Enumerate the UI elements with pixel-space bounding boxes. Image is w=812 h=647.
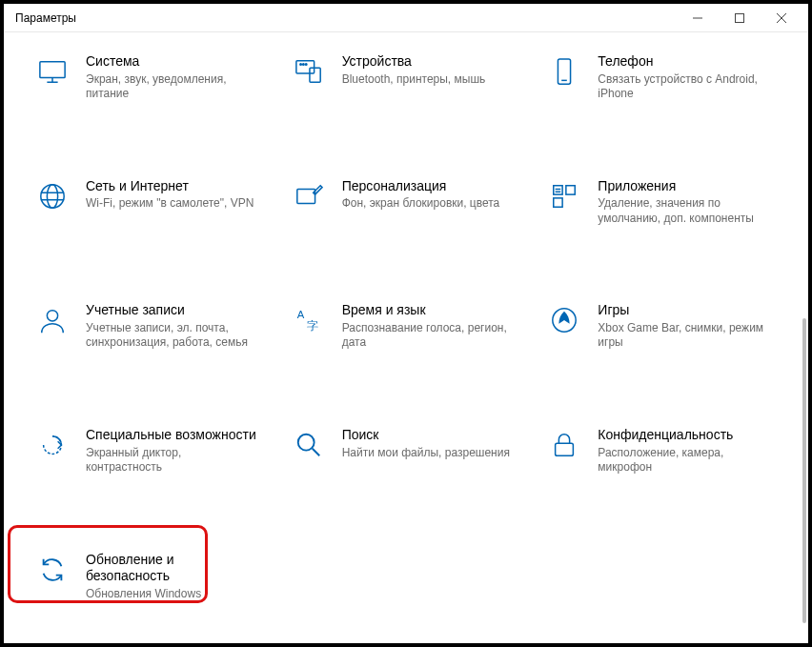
tile-ease-of-access[interactable]: Специальные возможности Экранный диктор,… [30, 423, 277, 479]
apps-icon [548, 180, 580, 212]
tile-apps[interactable]: Приложения Удаление, значения по умолчан… [542, 174, 789, 231]
tile-title: Сеть и Интернет [86, 178, 254, 195]
maximize-button[interactable] [719, 5, 761, 31]
tile-phone[interactable]: Телефон Связать устройство с Android, iP… [542, 50, 789, 106]
tile-title: Персонализация [342, 178, 500, 195]
devices-icon [293, 55, 325, 88]
window-title: Параметры [15, 11, 76, 25]
tile-devices[interactable]: Устройства Bluetooth, принтеры, мышь [287, 50, 534, 106]
svg-rect-7 [296, 61, 315, 73]
tile-title: Конфиденциальность [598, 427, 769, 444]
svg-text:字: 字 [307, 320, 318, 334]
tile-desc: Bluetooth, принтеры, мышь [342, 72, 486, 88]
tile-title: Приложения [598, 178, 769, 195]
svg-text:A: A [296, 310, 304, 321]
tile-accounts[interactable]: Учетные записи Учетные записи, эл. почта… [30, 298, 277, 354]
svg-rect-21 [554, 198, 562, 207]
phone-icon [548, 55, 580, 88]
svg-rect-19 [554, 185, 562, 193]
tile-title: Учетные записи [86, 302, 257, 319]
minimize-button[interactable] [677, 5, 719, 31]
svg-point-11 [305, 64, 307, 66]
gaming-icon [548, 304, 580, 336]
tile-desc: Wi-Fi, режим "в самолете", VPN [86, 196, 254, 212]
tile-desc: Связать устройство с Android, iPhone [598, 72, 769, 102]
svg-rect-30 [556, 443, 574, 455]
svg-point-14 [41, 185, 64, 208]
tile-desc: Экранный диктор, контрастность [86, 446, 257, 475]
tile-desc: Обновления Windows [86, 587, 257, 602]
tile-desc: Xbox Game Bar, снимки, режим игры [598, 321, 769, 351]
tile-system[interactable]: Система Экран, звук, уведомления, питани… [30, 50, 277, 106]
svg-point-28 [297, 435, 314, 451]
network-icon [36, 180, 69, 212]
tile-network[interactable]: Сеть и Интернет Wi-Fi, режим "в самолете… [30, 174, 277, 231]
privacy-icon [548, 429, 580, 461]
accounts-icon [36, 304, 69, 336]
tile-desc: Удаление, значения по умолчанию, доп. ко… [598, 196, 769, 226]
tile-title: Игры [598, 302, 769, 319]
tile-title: Телефон [598, 53, 769, 71]
tile-title: Устройства [342, 53, 486, 71]
tile-desc: Фон, экран блокировки, цвета [342, 196, 500, 212]
system-icon [36, 55, 69, 88]
scrollbar[interactable] [802, 318, 806, 623]
window-controls [677, 5, 802, 31]
svg-rect-4 [40, 62, 65, 78]
search-icon [293, 429, 325, 461]
settings-window: Параметры [4, 4, 808, 643]
tile-desc: Экран, звук, уведомления, питание [86, 72, 257, 102]
tile-desc: Найти мои файлы, разрешения [342, 446, 510, 461]
update-icon [36, 554, 69, 586]
time-language-icon: A字 [293, 304, 325, 336]
svg-rect-18 [296, 189, 315, 203]
tile-desc: Распознавание голоса, регион, дата [342, 321, 514, 351]
svg-point-24 [47, 311, 57, 321]
svg-rect-20 [566, 185, 575, 193]
svg-line-29 [312, 449, 319, 456]
svg-point-10 [302, 64, 304, 66]
tile-desc: Учетные записи, эл. почта, синхронизация… [86, 321, 257, 351]
tile-privacy[interactable]: Конфиденциальность Расположение, камера,… [542, 423, 789, 479]
svg-point-15 [47, 185, 57, 208]
tile-title: Специальные возможности [86, 427, 257, 444]
settings-content: Система Экран, звук, уведомления, питани… [4, 32, 808, 643]
tile-desc: Расположение, камера, микрофон [598, 446, 769, 475]
tile-title: Время и язык [342, 302, 514, 319]
personalization-icon [293, 180, 325, 212]
tile-gaming[interactable]: Игры Xbox Game Bar, снимки, режим игры [542, 298, 789, 354]
tile-time-language[interactable]: A字 Время и язык Распознавание голоса, ре… [287, 298, 534, 354]
tile-personalization[interactable]: Персонализация Фон, экран блокировки, цв… [287, 174, 534, 231]
ease-of-access-icon [36, 429, 69, 461]
close-button[interactable] [761, 5, 802, 31]
tile-title: Поиск [342, 427, 510, 444]
tile-title: Система [86, 53, 257, 71]
tile-update-security[interactable]: Обновление и безопасность Обновления Win… [30, 548, 277, 606]
titlebar: Параметры [4, 4, 808, 32]
svg-rect-8 [310, 68, 320, 82]
settings-grid: Система Экран, звук, уведомления, питани… [30, 50, 789, 605]
tile-search[interactable]: Поиск Найти мои файлы, разрешения [287, 423, 534, 479]
svg-rect-1 [736, 13, 744, 22]
svg-point-9 [299, 64, 301, 66]
tile-title: Обновление и безопасность [86, 552, 257, 585]
